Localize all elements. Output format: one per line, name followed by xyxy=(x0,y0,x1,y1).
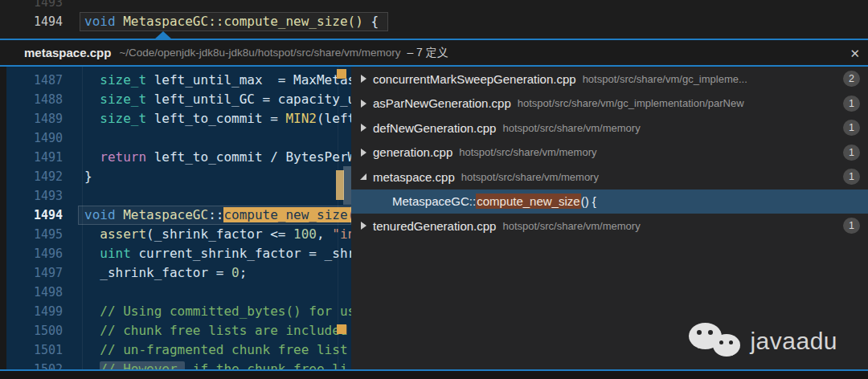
search-marker xyxy=(337,324,346,334)
twistie-collapsed-icon[interactable] xyxy=(357,222,370,230)
code-line-1494[interactable]: 1494void MetaspaceGC::compute_new_size()… xyxy=(0,12,868,31)
code-text: size_t left_until_max = MaxMetas xyxy=(63,71,351,90)
code-text: _shrink_factor = 0; xyxy=(63,263,247,283)
reference-count-badge: 1 xyxy=(843,96,860,112)
code-line-1495[interactable]: 1495 assert(_shrink_factor <= 100, "in xyxy=(0,225,351,244)
line-number: 1498 xyxy=(0,283,63,302)
code-text: // chunk free lists are included xyxy=(63,321,348,340)
editor-below-peek xyxy=(0,371,868,379)
result-file-row[interactable]: defNewGeneration.cpphotspot/src/share/vm… xyxy=(351,116,868,141)
peek-definition-count: – 7 定义 xyxy=(407,46,448,60)
code-line-1493[interactable]: 1493 xyxy=(0,0,868,12)
code-line-1492[interactable]: 1492} xyxy=(0,167,351,186)
line-number: 1495 xyxy=(0,225,63,244)
result-file-row[interactable]: metaspace.cpphotspot/src/share/vm/memory… xyxy=(351,165,868,190)
code-text: assert(_shrink_factor <= 100, "in xyxy=(63,225,351,244)
result-file-name: defNewGeneration.cpp xyxy=(373,121,496,135)
code-line-1487[interactable]: 1487 size_t left_until_max = MaxMetas xyxy=(0,71,351,90)
wechat-icon xyxy=(689,321,742,361)
reference-count-badge: 2 xyxy=(843,71,860,87)
result-file-row[interactable]: concurrentMarkSweepGeneration.cpphotspot… xyxy=(351,67,868,92)
code-text: size_t left_until_GC = capacity_u xyxy=(63,90,351,109)
result-file-path: hotspot/src/share/vm/gc_implementation/p… xyxy=(518,97,837,109)
result-file-name: generation.cpp xyxy=(373,145,452,159)
reference-count-badge: 1 xyxy=(843,169,860,185)
match-highlight: compute_new_size xyxy=(476,194,580,209)
code-line-1496[interactable]: 1496 uint current_shrink_factor = _shr xyxy=(0,244,351,263)
peek-editor-lines: 14861487 size_t left_until_max = MaxMeta… xyxy=(0,67,351,369)
twistie-expanded-icon[interactable] xyxy=(357,173,370,180)
reference-count-badge: 1 xyxy=(843,145,860,161)
line-number: 1502 xyxy=(0,360,63,369)
line-number: 1488 xyxy=(0,90,63,109)
editor-above-peek: 14931494void MetaspaceGC::compute_new_si… xyxy=(0,0,868,39)
watermark: javaadu xyxy=(689,321,837,361)
code-line-1489[interactable]: 1489 size_t left_to_commit = MIN2(left xyxy=(0,109,351,128)
close-icon[interactable]: ✕ xyxy=(847,44,862,61)
code-text: // un-fragmented chunk free list xyxy=(63,340,348,360)
code-line-1493[interactable]: 1493 xyxy=(0,186,351,206)
line-number: 1489 xyxy=(0,109,63,128)
line-number: 1501 xyxy=(0,340,63,360)
result-file-path: hotspot/src/share/vm/gc_impleme... xyxy=(583,73,837,85)
result-file-path: hotspot/src/share/vm/memory xyxy=(461,171,837,183)
result-file-row[interactable]: generation.cpphotspot/src/share/vm/memor… xyxy=(351,141,868,165)
result-file-name: metaspace.cpp xyxy=(373,170,455,184)
code-line-1501[interactable]: 1501 // un-fragmented chunk free list xyxy=(0,340,351,360)
code-line-1499[interactable]: 1499 // Using committed_bytes() for us xyxy=(0,302,351,321)
line-number: 1494 xyxy=(0,12,63,31)
result-file-row[interactable]: tenuredGeneration.cpphotspot/src/share/v… xyxy=(351,214,868,238)
code-line-1494[interactable]: 1494void MetaspaceGC::compute_new_size( xyxy=(0,206,351,225)
code-text: size_t left_to_commit = MIN2(left xyxy=(63,109,351,128)
line-number: 1499 xyxy=(0,302,63,321)
line-number: 1490 xyxy=(0,128,63,148)
line-number: 1493 xyxy=(0,186,63,206)
twistie-collapsed-icon[interactable] xyxy=(357,100,370,108)
reference-count-badge: 1 xyxy=(843,218,860,234)
result-file-name: tenuredGeneration.cpp xyxy=(373,219,496,233)
code-text: void MetaspaceGC::compute_new_size( xyxy=(63,206,351,225)
peek-header: metaspace.cpp ~/Code/openjdk-jdk8u-jdk8u… xyxy=(0,39,868,67)
code-line-1491[interactable]: 1491 return left_to_commit / BytesPerW xyxy=(0,148,351,167)
code-line-1502[interactable]: 1502 // However, if the chunk free li xyxy=(0,360,351,369)
code-line-1488[interactable]: 1488 size_t left_until_GC = capacity_u xyxy=(0,90,351,109)
result-file-path: hotspot/src/share/vm/memory xyxy=(459,146,837,158)
code-text: // However, if the chunk free li xyxy=(63,360,348,369)
reference-count-badge: 1 xyxy=(843,120,860,136)
line-number: 1497 xyxy=(0,263,63,283)
code-line-1500[interactable]: 1500 // chunk free lists are included xyxy=(0,321,351,340)
line-number: 1500 xyxy=(0,321,63,340)
scrollbar-thumb[interactable] xyxy=(343,166,351,205)
line-number: 1494 xyxy=(0,206,63,225)
code-text: void MetaspaceGC::compute_new_size() { xyxy=(80,12,388,31)
search-marker xyxy=(337,69,346,79)
twistie-collapsed-icon[interactable] xyxy=(357,149,370,157)
code-text: uint current_shrink_factor = _shr xyxy=(63,244,351,263)
peek-file-name: metaspace.cpp xyxy=(24,46,111,59)
twistie-collapsed-icon[interactable] xyxy=(357,75,370,83)
results-list: concurrentMarkSweepGeneration.cpphotspot… xyxy=(351,67,868,238)
code-text: return left_to_commit / BytesPerW xyxy=(63,148,351,167)
watermark-text: javaadu xyxy=(750,328,837,355)
line-number: 1487 xyxy=(0,71,63,90)
line-number: 1493 xyxy=(0,0,63,12)
code-line-1497[interactable]: 1497 _shrink_factor = 0; xyxy=(0,263,351,283)
result-file-path: hotspot/src/share/vm/memory xyxy=(502,220,837,232)
result-reference-row[interactable]: MetaspaceGC::compute_new_size() { xyxy=(351,190,868,214)
top-editor-lines: 14931494void MetaspaceGC::compute_new_si… xyxy=(0,0,868,31)
code-line-1490[interactable]: 1490 xyxy=(0,128,351,148)
line-number: 1492 xyxy=(0,167,63,186)
peek-anchor-arrow-icon xyxy=(154,31,172,39)
line-number: 1496 xyxy=(0,244,63,263)
result-file-path: hotspot/src/share/vm/memory xyxy=(502,122,837,134)
line-number: 1491 xyxy=(0,148,63,167)
twistie-collapsed-icon[interactable] xyxy=(357,124,370,132)
code-text: // Using committed_bytes() for us xyxy=(63,302,351,321)
result-file-name: concurrentMarkSweepGeneration.cpp xyxy=(373,72,576,86)
code-text: } xyxy=(63,167,92,186)
result-file-row[interactable]: asParNewGeneration.cpphotspot/src/share/… xyxy=(351,92,868,116)
peek-file-path: ~/Code/openjdk-jdk8u-jdk8u/hotspot/src/s… xyxy=(119,47,400,59)
result-file-name: asParNewGeneration.cpp xyxy=(373,96,511,110)
peek-code-editor[interactable]: 14861487 size_t left_until_max = MaxMeta… xyxy=(0,67,351,369)
code-line-1498[interactable]: 1498 xyxy=(0,283,351,302)
